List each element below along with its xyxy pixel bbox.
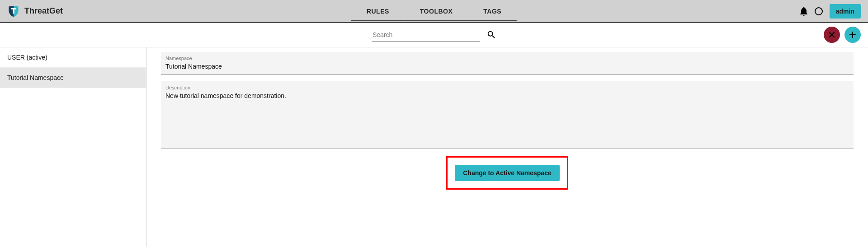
plus-icon: [849, 31, 856, 38]
search-icon[interactable]: [486, 30, 496, 40]
action-buttons: [824, 27, 861, 43]
search-input[interactable]: [372, 28, 480, 42]
tab-toolbox[interactable]: TOOLBOX: [405, 1, 468, 21]
shield-logo-icon: [7, 5, 20, 18]
app-header: ThreatGet RULES TOOLBOX TAGS admin: [0, 0, 868, 23]
tab-rules[interactable]: RULES: [351, 1, 405, 21]
sidebar-item-user[interactable]: USER (active): [0, 47, 146, 68]
status-circle-icon[interactable]: [814, 7, 823, 16]
app-name: ThreatGet: [24, 6, 63, 16]
sidebar: USER (active) Tutorial Namespace: [0, 47, 146, 247]
search-row: [0, 23, 868, 47]
add-button[interactable]: [844, 27, 861, 43]
main-panel: Namespace Tutorial Namespace Description…: [146, 47, 868, 247]
search-wrap: [372, 28, 496, 42]
tab-tags[interactable]: TAGS: [468, 1, 517, 21]
action-highlight-box: Change to Active Namespace: [446, 156, 568, 190]
body: USER (active) Tutorial Namespace Namespa…: [0, 47, 868, 247]
namespace-field: Namespace Tutorial Namespace: [161, 52, 854, 75]
notifications-bell-icon[interactable]: [800, 7, 808, 16]
description-field: Description New tutorial namespace for d…: [161, 81, 854, 149]
sidebar-item-tutorial-namespace[interactable]: Tutorial Namespace: [0, 68, 146, 88]
header-right: admin: [800, 4, 861, 19]
admin-button[interactable]: admin: [830, 4, 861, 19]
description-label: Description: [165, 85, 849, 90]
close-button[interactable]: [824, 27, 840, 43]
namespace-label: Namespace: [165, 56, 849, 61]
change-to-active-namespace-button[interactable]: Change to Active Namespace: [455, 165, 560, 181]
logo-wrap: ThreatGet: [7, 5, 63, 18]
nav-tabs: RULES TOOLBOX TAGS: [351, 1, 517, 21]
svg-point-0: [815, 8, 822, 15]
namespace-value: Tutorial Namespace: [165, 63, 849, 70]
description-value: New tutorial namespace for demonstration…: [165, 92, 849, 99]
close-icon: [828, 31, 835, 38]
